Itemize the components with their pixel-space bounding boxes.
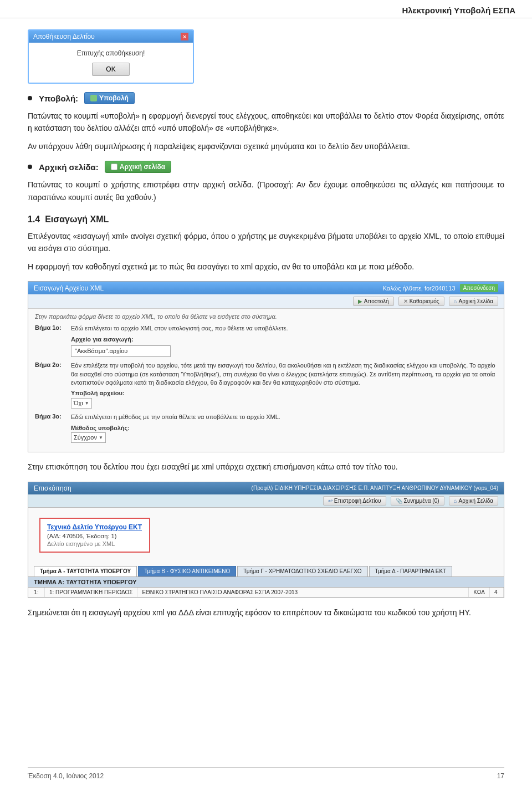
ss1-toolbar-clear-btn[interactable]: ✕ Καθαρισμός — [398, 297, 444, 306]
ss1-header: Εισαγωγή Αρχείου XML Καλώς ήλθατε, for20… — [28, 282, 504, 294]
ss1-step3-select[interactable]: Σύγχρον ▼ — [71, 432, 106, 443]
ss1-content: Στην παρακάτω φόρμα δίνετε το αρχείο XML… — [28, 309, 504, 452]
ss1-step2-content: Εάν επιλέξετε την υποβολή του αρχείου, τ… — [71, 361, 497, 409]
ss1-step1: Βήμα 1ο: Εδώ επιλέγεται το αρχείο XML στ… — [35, 324, 497, 357]
dialog-titlebar: Αποθήκευση Δελτίου ✕ — [29, 30, 193, 43]
tab-tmima-g[interactable]: Τμήμα Γ - ΧΡΗΜΑΤΟΔΟΤΙΚΟ ΣΧΕΔΙΟ ΕΛΕΓΧΟ — [237, 566, 367, 576]
ss1-step3: Βήμα 3ο: Εδώ επιλέγεται η μέθοδος με την… — [35, 413, 497, 443]
ypovolh-para2: Αν υπάρχουν λάθη συμπλήρωσης ή παραλείψε… — [28, 140, 504, 152]
ss1-step2-select[interactable]: Όχι ▼ — [71, 398, 92, 409]
ss1-instruction: Στην παρακάτω φόρμα δίνετε το αρχείο XML… — [35, 313, 497, 320]
ss1-step1-field-label: Αρχείο για εισαγωγή: — [71, 335, 497, 344]
ss1-step3-content: Εδώ επιλέγεται η μέθοδος με την οποία θέ… — [71, 413, 497, 443]
ss1-toolbar-home-btn[interactable]: ⌂ Αρχική Σελίδα — [449, 297, 498, 306]
dialog-message: Επιτυχής αποθήκευση! — [37, 49, 185, 57]
ypovolh-label: Υποβολή: — [39, 94, 78, 103]
ypovolh-para1: Πατώντας το κουμπί «υποβολή» η εφαρμογή … — [28, 110, 504, 135]
ypovolh-section: Υποβολή: Υποβολή Πατώντας το κουμπί «υπο… — [28, 92, 504, 152]
send-icon: ▶ — [358, 298, 362, 304]
xml-para3: Στην επισκόπηση του δελτίου που έχει εισ… — [28, 461, 504, 473]
ss2-row-num: 1: — [28, 588, 45, 597]
dialog-title: Αποθήκευση Δελτίου — [33, 33, 95, 40]
page-header: Ηλεκτρονική Υποβολή ΕΣΠΑ — [0, 0, 532, 18]
ss1-toolbar-send-btn[interactable]: ▶ Αποστολή — [353, 297, 394, 306]
tab-tmima-d[interactable]: Τμήμα Δ - ΠΑΡΑΡΤΗΜΑ ΕΚΤ — [369, 566, 453, 576]
chevron-down-icon-2: ▼ — [99, 435, 103, 441]
bullet-icon-2 — [28, 165, 32, 169]
ss2-row-label: 1: ΠΡΟΓΡΑΜΜΑΤΙΚΗ ΠΕΡΙΟΔΟΣ — [45, 588, 137, 597]
ss1-header-user: Καλώς ήλθατε, for2040113 — [383, 285, 456, 292]
ss2-card-sub: (Α/Δ: 470506, Έκδοση: 1) — [47, 533, 142, 539]
xml-para2: Η εφαρμογή τον καθοδηγεί σχετικά με το π… — [28, 261, 504, 273]
bullet-icon — [28, 96, 32, 100]
ss1-logout-btn[interactable]: Αποσύνδεση — [460, 284, 498, 292]
chevron-down-icon: ▼ — [85, 400, 89, 406]
arxikh-para1: Πατώντας το κουμπί ο χρήστης επιστρέφει … — [28, 178, 504, 203]
xml-para1: Επιλέγοντας «εισαγωγή xml» ανοίγει σχετι… — [28, 230, 504, 255]
ss2-card-xml: Δελτίο εισηγμένο με XML — [47, 540, 142, 547]
footer-edition: Έκδοση 4.0, Ιούνιος 2012 — [28, 772, 104, 780]
arxikh-button[interactable]: Αρχική σελίδα — [105, 161, 171, 173]
arxikh-title: Αρχική σελίδα: Αρχική σελίδα — [28, 161, 504, 173]
ss2-data-row: 1: 1: ΠΡΟΓΡΑΜΜΑΤΙΚΗ ΠΕΡΙΟΔΟΣ ΕΘΝΙΚΟ ΣΤΡΑ… — [28, 588, 504, 598]
ss2-section-header: ΤΜΗΜΑ Α: ΤΑΥΤΟΤΗΤΑ ΥΠΟΕΡΓΟΥ — [28, 576, 504, 588]
xml-section-heading: 1.4 Εισαγωγή XML — [28, 215, 504, 224]
ss1-step2-label: Βήμα 2ο: — [35, 361, 65, 368]
clear-icon: ✕ — [403, 298, 408, 304]
ss2-card-area: Τεχνικό Δελτίο Υποέργου ΕΚΤ (Α/Δ: 470506… — [28, 508, 504, 563]
page-footer: Έκδοση 4.0, Ιούνιος 2012 17 — [28, 767, 504, 780]
ss2-header: Επισκόπηση (Προφίλ) ΕΙΔΙΚΗ ΥΠΗΡΕΣΙΑ ΔΙΑΧ… — [28, 482, 504, 494]
ss2-card-title[interactable]: Τεχνικό Δελτίο Υποέργου ΕΚΤ — [47, 523, 142, 531]
ss2-row-value: ΕΘΝΙΚΟ ΣΤΡΑΤΗΓΙΚΟ ΠΛΑΙΣΙΟ ΑΝΑΦΟΡΑΣ ΕΣΠΑ … — [137, 588, 469, 597]
xml-para4: Σημειώνεται ότι η εισαγωγή αρχείου xml γ… — [28, 606, 504, 619]
xml-screenshot: Εισαγωγή Αρχείου XML Καλώς ήλθατε, for20… — [28, 281, 504, 452]
ss2-header-center: (Προφίλ) ΕΙΔΙΚΗ ΥΠΗΡΕΣΙΑ ΔΙΑΧΕΙΡΙΣΗΣ Ε.Π… — [252, 485, 498, 491]
ss1-step1-content: Εδώ επιλέγεται το αρχείο XML στον υπολογ… — [71, 324, 497, 357]
ss1-header-right: Καλώς ήλθατε, for2040113 Αποσύνδεση — [383, 284, 498, 292]
ypovolh-button[interactable]: Υποβολή — [84, 92, 135, 104]
dialog-body: Επιτυχής αποθήκευση! ΟΚ — [29, 43, 193, 83]
episkopisi-screenshot: Επισκόπηση (Προφίλ) ΕΙΔΙΚΗ ΥΠΗΡΕΣΙΑ ΔΙΑΧ… — [28, 482, 504, 598]
arxikh-section: Αρχική σελίδα: Αρχική σελίδα Πατώντας το… — [28, 161, 504, 203]
arxikh-label: Αρχική σελίδα: — [39, 162, 99, 172]
ypovolh-button-icon — [90, 95, 97, 101]
footer-page-number: 17 — [497, 772, 504, 780]
main-content: Αποθήκευση Δελτίου ✕ Επιτυχής αποθήκευση… — [0, 18, 532, 657]
ss1-step3-label: Βήμα 3ο: — [35, 413, 65, 420]
ss1-step1-label: Βήμα 1ο: — [35, 324, 65, 331]
ss2-deltion-card: Τεχνικό Δελτίο Υποέργου ΕΚΤ (Α/Δ: 470506… — [39, 518, 150, 553]
home-icon: ⌂ — [454, 298, 457, 304]
ss2-row-code-label: ΚΩΔ — [469, 588, 490, 597]
ss1-toolbar: ▶ Αποστολή ✕ Καθαρισμός ⌂ Αρχική Σελίδα — [28, 294, 504, 309]
header-title: Ηλεκτρονική Υποβολή ΕΣΠΑ — [402, 6, 515, 15]
ypovolh-title: Υποβολή: Υποβολή — [28, 92, 504, 104]
ss1-step1-field-value[interactable]: "ΑκκΒάσμα".αρχίου — [71, 345, 171, 357]
ss2-attachments-btn[interactable]: 📎 Συνημμένα (0) — [391, 496, 444, 506]
return-icon: ↩ — [328, 498, 332, 504]
dialog-close-button[interactable]: ✕ — [181, 33, 188, 40]
ss2-header-left: Επισκόπηση — [34, 484, 71, 492]
dialog-screenshot: Αποθήκευση Δελτίου ✕ Επιτυχής αποθήκευση… — [28, 29, 194, 84]
tab-tmima-b[interactable]: Τμήμα Β - ΦΥΣΙΚΟ ΑΝΤΙΚΕΙΜΕΝΟ — [138, 566, 236, 576]
ss1-step3-field-label: Μέθοδος υποβολής: — [71, 424, 497, 432]
ss1-header-title: Εισαγωγή Αρχείου XML — [34, 284, 104, 292]
arxikh-button-icon — [111, 164, 117, 170]
ss1-step2-field-label: Υποβολή αρχείου: — [71, 389, 497, 397]
attach-icon: 📎 — [396, 498, 402, 504]
home-icon-2: ⌂ — [454, 498, 457, 504]
ss1-step2: Βήμα 2ο: Εάν επιλέξετε την υποβολή του α… — [35, 361, 497, 409]
ss2-toolbar: ↩ Επιστροφή Δελτίου 📎 Συνημμένα (0) ⌂ Αρ… — [28, 494, 504, 508]
ss2-home-btn[interactable]: ⌂ Αρχική Σελίδα — [449, 496, 498, 506]
dialog-ok-button[interactable]: ΟΚ — [92, 63, 129, 76]
ss2-return-btn[interactable]: ↩ Επιστροφή Δελτίου — [323, 496, 386, 506]
tab-tmima-a[interactable]: Τμήμα Α - ΤΑΥΤΟΤΗΤΑ ΥΠΟΕΡΓΟΥ — [34, 566, 137, 576]
ss2-row-code-value: 4 — [490, 588, 504, 597]
ss2-tabs: Τμήμα Α - ΤΑΥΤΟΤΗΤΑ ΥΠΟΕΡΓΟΥ Τμήμα Β - Φ… — [28, 566, 504, 576]
